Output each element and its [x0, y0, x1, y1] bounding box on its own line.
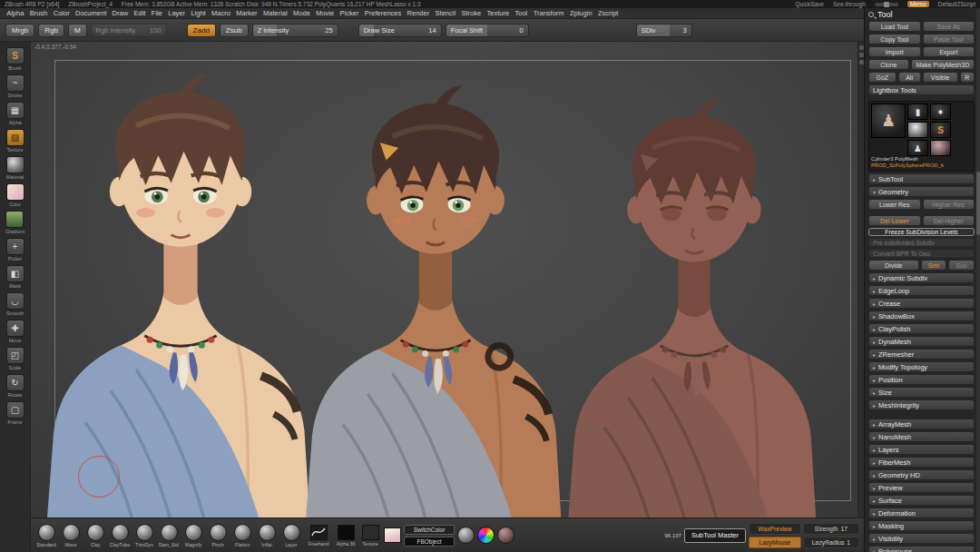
- del-lower-button[interactable]: Del Lower: [868, 215, 921, 226]
- rgb-intensity-slider[interactable]: Rgb Intensity100: [91, 24, 167, 37]
- tool-icon[interactable]: ✚: [6, 320, 24, 337]
- tool-subpalette-header[interactable]: ▸Deformation: [868, 508, 975, 518]
- menu-item[interactable]: Preferences: [362, 9, 405, 17]
- menu-item[interactable]: Macro: [209, 9, 233, 17]
- texture-thumbnail[interactable]: [362, 525, 379, 540]
- left-shelf-tool[interactable]: ✚ Move: [6, 320, 24, 343]
- tool-subpalette-header[interactable]: ▸Layers: [868, 444, 975, 455]
- make-polymesh3d-button[interactable]: Make PolyMesh3D: [911, 59, 975, 70]
- brush-preview-sphere[interactable]: [210, 524, 227, 541]
- menu-item[interactable]: Stencil: [432, 9, 458, 17]
- brush-preset[interactable]: Move: [60, 524, 82, 547]
- tool-icon[interactable]: ◰: [6, 347, 24, 364]
- geometry-subsection-header[interactable]: ▸Dynamic Subdiv: [868, 272, 975, 283]
- tool-subpalette-header[interactable]: ▸NanoMesh: [868, 431, 975, 442]
- geometry-subsection-header[interactable]: ▸ClayPolish: [868, 323, 975, 334]
- tool-icon[interactable]: ▢: [6, 401, 24, 419]
- tool-subpalette-header[interactable]: ▸ArrayMesh: [868, 419, 975, 429]
- suv-toggle[interactable]: Suv: [948, 260, 975, 271]
- stroke-selector[interactable]: Freehand: [305, 525, 332, 547]
- menu-item[interactable]: Picker: [337, 9, 361, 17]
- freeze-subdivision-levels-button[interactable]: Freeze SubDivision Levels: [868, 228, 975, 236]
- menu-item[interactable]: Transform: [530, 9, 566, 17]
- alpha-thumbnail[interactable]: [338, 525, 355, 540]
- brush-preset[interactable]: Standard: [35, 524, 57, 547]
- current-tool-thumbnail[interactable]: ♟: [871, 104, 906, 138]
- tool-icon[interactable]: +: [6, 238, 24, 255]
- sculpt-viewport[interactable]: [31, 42, 864, 518]
- left-shelf-tool[interactable]: ↻ Rotate: [6, 374, 24, 398]
- goz-button[interactable]: GoZ: [868, 72, 897, 83]
- smt-toggle[interactable]: Smt: [921, 260, 947, 271]
- geometry-subsection-header[interactable]: ▸Modify Topology: [868, 361, 975, 372]
- zadd-button[interactable]: Zadd: [187, 24, 216, 37]
- menu-item[interactable]: Mode: [290, 9, 313, 17]
- tool-palette-header[interactable]: Tool: [868, 10, 975, 19]
- divide-button[interactable]: Divide: [868, 260, 919, 271]
- export-button[interactable]: Export: [923, 46, 975, 57]
- tool-icon[interactable]: ◡: [6, 292, 24, 310]
- goz-r-button[interactable]: R: [960, 72, 975, 83]
- menu-item[interactable]: Alpha: [4, 9, 27, 17]
- brush-preview-sphere[interactable]: [259, 524, 276, 541]
- left-shelf-tool[interactable]: ▢ Frame: [6, 401, 24, 425]
- menu-item[interactable]: Layer: [165, 9, 188, 17]
- load-tool-button[interactable]: Load Tool: [868, 21, 921, 32]
- menu-item[interactable]: Texture: [484, 9, 512, 17]
- tool-icon[interactable]: S: [6, 47, 24, 64]
- left-shelf-tool[interactable]: ~ Stroke: [6, 74, 24, 98]
- menu-item[interactable]: Material: [260, 9, 290, 17]
- brush-preset[interactable]: Layer: [280, 524, 302, 547]
- see-through-slider[interactable]: [875, 3, 898, 6]
- stroke-icon[interactable]: [310, 525, 328, 540]
- paste-tool-button[interactable]: Paste Tool: [923, 34, 975, 44]
- menu-item[interactable]: Color: [51, 9, 73, 17]
- tool-icon[interactable]: ▦: [6, 102, 24, 119]
- geometry-subsection-header[interactable]: ▸Position: [868, 374, 975, 385]
- tool-icon[interactable]: ↻: [6, 374, 24, 391]
- tool-thumbnail[interactable]: [930, 140, 951, 156]
- m-button[interactable]: M: [68, 24, 87, 37]
- tool-icon[interactable]: [5, 211, 24, 228]
- tool-panel-scrollbar[interactable]: [976, 8, 980, 552]
- rgb-button[interactable]: Rgb: [38, 24, 64, 37]
- menu-item[interactable]: Edit: [131, 9, 148, 17]
- switch-color-button[interactable]: SwitchColor: [404, 525, 455, 535]
- brush-preview-sphere[interactable]: [87, 524, 104, 541]
- left-shelf-tool[interactable]: ◡ Smooth: [6, 292, 24, 316]
- tool-icon[interactable]: [6, 183, 24, 201]
- left-shelf-tool[interactable]: Color: [6, 183, 24, 207]
- tool-subpalette-header[interactable]: ▸Visibility: [868, 533, 975, 544]
- geometry-subsection-header[interactable]: ▸EdgeLoop: [868, 285, 975, 296]
- geometry-subsection-header[interactable]: ▸DynaMesh: [868, 336, 975, 347]
- tool-subpalette-header[interactable]: ▸FiberMesh: [868, 457, 975, 468]
- import-button[interactable]: Import: [868, 46, 921, 57]
- brush-preview-sphere[interactable]: [63, 524, 80, 541]
- geometry-section-header[interactable]: ▾Geometry: [868, 186, 975, 197]
- tool-thumbnail[interactable]: [907, 122, 928, 138]
- menu-item[interactable]: Movie: [313, 9, 337, 17]
- lazy-radius-slider[interactable]: LazyRadius1: [803, 537, 859, 548]
- z-intensity-slider[interactable]: Z Intensity25: [252, 24, 338, 37]
- brush-preview-sphere[interactable]: [185, 524, 202, 541]
- matcap-sphere[interactable]: [497, 527, 514, 544]
- tool-icon[interactable]: ◧: [6, 265, 24, 282]
- tool-subpalette-header[interactable]: ▸Preview: [868, 482, 975, 493]
- left-shelf-tool[interactable]: ◰ Scale: [6, 347, 24, 370]
- goz-visible-button[interactable]: Visible: [923, 72, 958, 83]
- menu-item[interactable]: Tool: [512, 9, 530, 17]
- memo-button[interactable]: Memo: [907, 1, 929, 7]
- save-as-button[interactable]: Save As: [923, 21, 975, 32]
- goz-all-button[interactable]: All: [898, 72, 921, 83]
- menu-item[interactable]: Draw: [109, 9, 131, 17]
- tool-subpalette-header[interactable]: ▸Surface: [868, 495, 975, 506]
- geometry-subsection-header[interactable]: ▸Size: [868, 387, 975, 398]
- brush-preset[interactable]: Inflat: [256, 524, 278, 547]
- higher-res-button[interactable]: Higher Res: [923, 199, 975, 210]
- left-shelf-tool[interactable]: S Brush: [6, 47, 24, 71]
- tool-thumbnail[interactable]: ♟: [907, 140, 928, 156]
- menu-item[interactable]: File: [149, 9, 165, 17]
- brush-preview-sphere[interactable]: [234, 524, 251, 541]
- alpha-selector[interactable]: Alpha 36: [335, 525, 357, 547]
- geometry-subsection-header[interactable]: ▸ShadowBox: [868, 310, 975, 321]
